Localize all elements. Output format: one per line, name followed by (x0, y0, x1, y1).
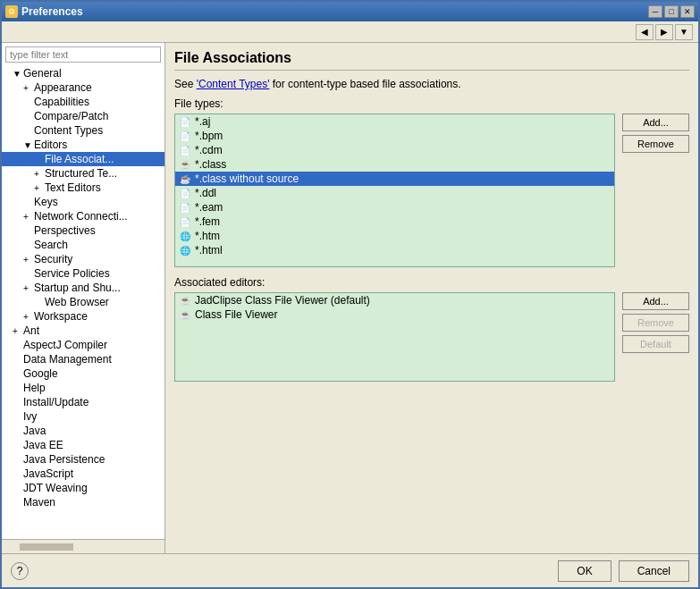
expand-icon-capabilities (23, 97, 32, 107)
file-name-class: *.class (195, 158, 226, 171)
file-item-cdm[interactable]: 📄 *.cdm (175, 143, 614, 157)
tree-label-compare: Compare/Patch (34, 110, 108, 122)
tree-item-capabilities[interactable]: Capabilities (2, 95, 164, 109)
tree-item-editors[interactable]: ▼ Editors (2, 138, 164, 152)
file-remove-button[interactable]: Remove (622, 135, 689, 153)
tree-item-structured-text[interactable]: + Structured Te... (2, 166, 164, 181)
tree-item-google[interactable]: Google (2, 366, 164, 381)
file-icon-htm: 🌐 (179, 230, 191, 242)
file-name-ddl: *.ddl (195, 187, 216, 199)
tree-item-jdt-weaving[interactable]: JDT Weaving (2, 481, 164, 495)
expand-icon-compare (23, 112, 32, 122)
editor-item-classfile[interactable]: ☕ Class File Viewer (175, 307, 614, 322)
ok-button[interactable]: OK (558, 560, 611, 582)
filter-input[interactable] (5, 46, 161, 63)
minimize-button[interactable]: ─ (648, 5, 662, 18)
tree-area: ▼ General + Appearance Capabilities Comp… (2, 66, 164, 539)
file-item-bpm[interactable]: 📄 *.bpm (175, 129, 614, 143)
editor-item-jadclipse[interactable]: ☕ JadClipse Class File Viewer (default) (175, 293, 614, 307)
title-bar: ⚙ Preferences ─ □ ✕ (2, 2, 698, 21)
file-item-aj[interactable]: 📄 *.aj (175, 114, 614, 129)
tree-item-workspace[interactable]: + Workspace (2, 309, 164, 324)
tree-scrollbar-bottom[interactable] (2, 539, 164, 553)
tree-item-text-editors[interactable]: + Text Editors (2, 181, 164, 195)
expand-icon-jdt (13, 484, 21, 493)
tree-item-perspectives[interactable]: Perspectives (2, 223, 164, 238)
file-list[interactable]: 📄 *.aj 📄 *.bpm 📄 *.cdm ☕ (175, 114, 614, 266)
file-item-eam[interactable]: 📄 *.eam (175, 200, 614, 215)
tree-item-ivy[interactable]: Ivy (2, 409, 164, 424)
expand-icon-general: ▼ (13, 69, 21, 79)
tree-item-keys[interactable]: Keys (2, 195, 164, 209)
tree-item-general[interactable]: ▼ General (2, 66, 164, 80)
tree-item-aspectj[interactable]: AspectJ Compiler (2, 338, 164, 352)
tree-item-security[interactable]: + Security (2, 252, 164, 266)
tree-item-startup[interactable]: + Startup and Shu... (2, 281, 164, 295)
tree-label-search: Search (34, 239, 68, 251)
tree-item-compare-patch[interactable]: Compare/Patch (2, 109, 164, 123)
toolbar: ◀ ▶ ▼ (2, 21, 698, 43)
tree-item-javascript[interactable]: JavaScript (2, 467, 164, 481)
tree-item-network[interactable]: + Network Connecti... (2, 209, 164, 223)
tree-item-java[interactable]: Java (2, 424, 164, 438)
tree-label-jdt: JDT Weaving (23, 482, 88, 494)
expand-icon-help (13, 383, 21, 393)
tree-item-help[interactable]: Help (2, 381, 164, 395)
tree-label-google: Google (23, 367, 58, 380)
tree-label-ant: Ant (23, 324, 39, 337)
forward-button[interactable]: ▶ (655, 24, 673, 40)
file-name-cdm: *.cdm (195, 144, 223, 156)
expand-icon-startup: + (23, 283, 32, 293)
close-button[interactable]: ✕ (680, 5, 695, 18)
tree-item-maven[interactable]: Maven (2, 495, 164, 509)
tree-item-service-policies[interactable]: Service Policies (2, 266, 164, 281)
editor-default-button[interactable]: Default (622, 335, 689, 353)
tree-item-java-persistence[interactable]: Java Persistence (2, 452, 164, 467)
file-item-class[interactable]: ☕ *.class (175, 157, 614, 172)
file-item-html[interactable]: 🌐 *.html (175, 243, 614, 257)
tree-label-editors: Editors (34, 139, 67, 151)
file-item-ddl[interactable]: 📄 *.ddl (175, 186, 614, 200)
preferences-window: ⚙ Preferences ─ □ ✕ ◀ ▶ ▼ ▼ General + (0, 0, 700, 589)
tree-item-install-update[interactable]: Install/Update (2, 395, 164, 409)
associated-editors-label: Associated editors: (174, 276, 689, 289)
left-panel: ▼ General + Appearance Capabilities Comp… (2, 43, 165, 553)
bottom-bar: ? OK Cancel (2, 553, 698, 587)
tree-label-data: Data Management (23, 353, 112, 366)
tree-item-java-ee[interactable]: Java EE (2, 438, 164, 452)
expand-icon-java (13, 426, 21, 436)
tree-item-ant[interactable]: + Ant (2, 324, 164, 338)
file-icon-cdm: 📄 (179, 144, 191, 156)
file-item-class-without-source[interactable]: ☕ *.class without source (175, 172, 614, 186)
panel-title: File Associations (174, 50, 689, 71)
menu-button[interactable]: ▼ (675, 24, 693, 40)
file-name-fem: *.fem (195, 215, 220, 228)
maximize-button[interactable]: □ (664, 5, 679, 18)
help-button[interactable]: ? (11, 562, 29, 580)
editor-remove-button[interactable]: Remove (622, 314, 689, 332)
tree-item-appearance[interactable]: + Appearance (2, 80, 164, 95)
expand-icon-security: + (23, 255, 32, 265)
tree-item-file-associations[interactable]: File Associat... (2, 152, 164, 166)
cancel-button[interactable]: Cancel (619, 560, 689, 582)
tree-label-keys: Keys (34, 196, 58, 208)
content-types-link[interactable]: 'Content Types' (197, 78, 270, 90)
file-item-htm[interactable]: 🌐 *.htm (175, 229, 614, 243)
tree-label-service: Service Policies (34, 267, 110, 280)
desc-suffix: for content-type based file associations… (269, 78, 460, 90)
file-add-button[interactable]: Add... (622, 114, 689, 131)
tree-item-web-browser[interactable]: Web Browser (2, 295, 164, 309)
editor-add-button[interactable]: Add... (622, 292, 689, 310)
file-item-fem[interactable]: 📄 *.fem (175, 215, 614, 229)
tree-item-content-types[interactable]: Content Types (2, 123, 164, 138)
expand-icon-structured: + (34, 169, 43, 179)
tree-label-java: Java (23, 425, 46, 437)
expand-icon-install (13, 398, 21, 408)
back-button[interactable]: ◀ (636, 24, 654, 40)
tree-item-search[interactable]: Search (2, 238, 164, 252)
expand-icon-ant: + (13, 326, 21, 336)
tree-label-startup: Startup and Shu... (34, 282, 121, 294)
tree-label-aspectj: AspectJ Compiler (23, 339, 107, 351)
tree-label-structured: Structured Te... (45, 167, 117, 180)
tree-item-data-mgmt[interactable]: Data Management (2, 352, 164, 366)
